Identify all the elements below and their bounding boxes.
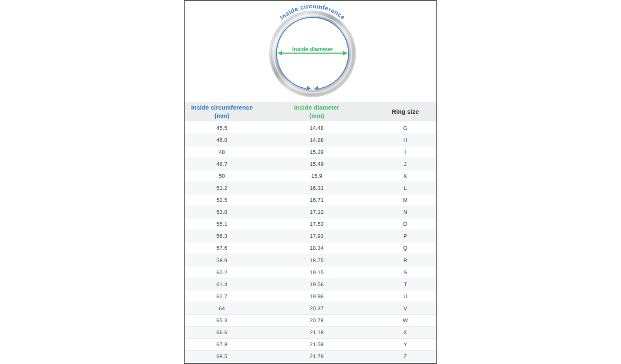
circumference-value: 52.5	[185, 194, 259, 206]
diameter-value: 17.12	[259, 206, 374, 218]
header-inside-diameter: Inside diameter (mm)	[259, 102, 374, 122]
circumference-value: 50	[185, 170, 259, 182]
table-row: 57.618.34Q	[185, 242, 436, 254]
table-row: 60.219.15S	[185, 266, 436, 278]
table-header-row: Inside circumference (mm) Inside diamete…	[185, 102, 436, 122]
inside-diameter-label: Inside diameter	[292, 46, 333, 52]
table-row: 4815.29I	[185, 146, 436, 158]
diameter-value: 14.88	[259, 134, 374, 146]
diameter-value: 18.75	[259, 254, 374, 266]
circumference-value: 48	[185, 146, 259, 158]
circumference-value: 66.6	[185, 326, 259, 338]
circumference-value: 57.6	[185, 242, 259, 254]
circumference-value: 58.9	[185, 254, 259, 266]
ring-size-value: U	[374, 290, 436, 302]
ring-size-value: S	[374, 266, 436, 278]
table-row: 45.514.48G	[185, 122, 436, 134]
circumference-value: 55.1	[185, 218, 259, 230]
header-label: Inside circumference	[185, 103, 259, 112]
ring-size-value: N	[374, 206, 436, 218]
ring-size-value: P	[374, 230, 436, 242]
header-label: Ring size	[374, 108, 436, 116]
header-inside-circumference: Inside circumference (mm)	[185, 102, 259, 122]
circumference-value: 64	[185, 302, 259, 314]
circumference-value: 65.3	[185, 314, 259, 326]
header-unit: (mm)	[259, 112, 374, 120]
circumference-value: 45.5	[185, 122, 259, 134]
table-row: 51.216.31L	[185, 182, 436, 194]
circumference-value: 67.8	[185, 338, 259, 350]
ring-diagram-svg: Inside circumference Inside diameter	[185, 1, 436, 102]
diameter-value: 21.18	[259, 326, 374, 338]
table-row: 58.918.75R	[185, 254, 436, 266]
table-row: 65.320.78W	[185, 314, 436, 326]
ring-size-value: H	[374, 134, 436, 146]
diameter-value: 19.96	[259, 290, 374, 302]
circumference-value: 48.7	[185, 158, 259, 170]
ring-size-value: V	[374, 302, 436, 314]
ring-size-value: J	[374, 158, 436, 170]
diameter-value: 17.93	[259, 230, 374, 242]
table-row: 5015.9K	[185, 170, 436, 182]
table-row: 66.621.18X	[185, 326, 436, 338]
table-row: 68.521.79Z	[185, 350, 436, 362]
diameter-value: 19.56	[259, 278, 374, 290]
table-row: 62.719.96U	[185, 290, 436, 302]
ring-size-value: Z	[374, 350, 436, 362]
diameter-value: 19.15	[259, 266, 374, 278]
ring-size-value: X	[374, 326, 436, 338]
diameter-arrowhead-left-icon	[278, 51, 282, 55]
ring-size-value: T	[374, 278, 436, 290]
diameter-value: 17.53	[259, 218, 374, 230]
header-unit: (mm)	[185, 112, 259, 120]
circumference-value: 62.7	[185, 290, 259, 302]
ring-size-value: L	[374, 182, 436, 194]
ring-size-value: R	[374, 254, 436, 266]
diameter-value: 16.71	[259, 194, 374, 206]
circumference-value: 61.4	[185, 278, 259, 290]
diameter-value: 21.79	[259, 350, 374, 362]
diameter-value: 20.78	[259, 314, 374, 326]
diameter-value: 15.9	[259, 170, 374, 182]
diameter-value: 16.31	[259, 182, 374, 194]
table-row: 52.516.71M	[185, 194, 436, 206]
ring-size-value: Q	[374, 242, 436, 254]
diameter-value: 15.49	[259, 158, 374, 170]
table-row: 56.317.93P	[185, 230, 436, 242]
circumference-value: 68.5	[185, 350, 259, 362]
header-label: Inside diameter	[259, 103, 374, 112]
circumference-value: 51.2	[185, 182, 259, 194]
ring-size-value: G	[374, 122, 436, 134]
circumference-value: 46.8	[185, 134, 259, 146]
circumference-value: 60.2	[185, 266, 259, 278]
diameter-value: 18.34	[259, 242, 374, 254]
table-row: 55.117.53O	[185, 218, 436, 230]
ring-size-value: I	[374, 146, 436, 158]
diameter-value: 15.29	[259, 146, 374, 158]
diameter-value: 14.48	[259, 122, 374, 134]
ring-photo	[270, 11, 356, 97]
ring-size-value: O	[374, 218, 436, 230]
ring-size-value: M	[374, 194, 436, 206]
circumference-value: 53.8	[185, 206, 259, 218]
table-row: 6420.37V	[185, 302, 436, 314]
diameter-value: 20.37	[259, 302, 374, 314]
ring-diagram: Inside circumference Inside diameter	[185, 1, 436, 102]
table-row: 67.821.59Y	[185, 338, 436, 350]
table-row: 53.817.12N	[185, 206, 436, 218]
diameter-arrowhead-right-icon	[343, 51, 348, 55]
diameter-value: 21.59	[259, 338, 374, 350]
diameter-indicator: Inside diameter	[278, 46, 348, 55]
ring-size-value: K	[374, 170, 436, 182]
ring-size-value: W	[374, 314, 436, 326]
table-row: 61.419.56T	[185, 278, 436, 290]
header-ring-size: Ring size	[374, 102, 436, 122]
ring-size-table: Inside circumference (mm) Inside diamete…	[185, 102, 436, 362]
ring-size-chart-panel: Inside circumference Inside diameter Ins…	[184, 0, 437, 364]
ring-size-value: Y	[374, 338, 436, 350]
circumference-value: 56.3	[185, 230, 259, 242]
table-row: 46.814.88H	[185, 134, 436, 146]
table-row: 48.715.49J	[185, 158, 436, 170]
